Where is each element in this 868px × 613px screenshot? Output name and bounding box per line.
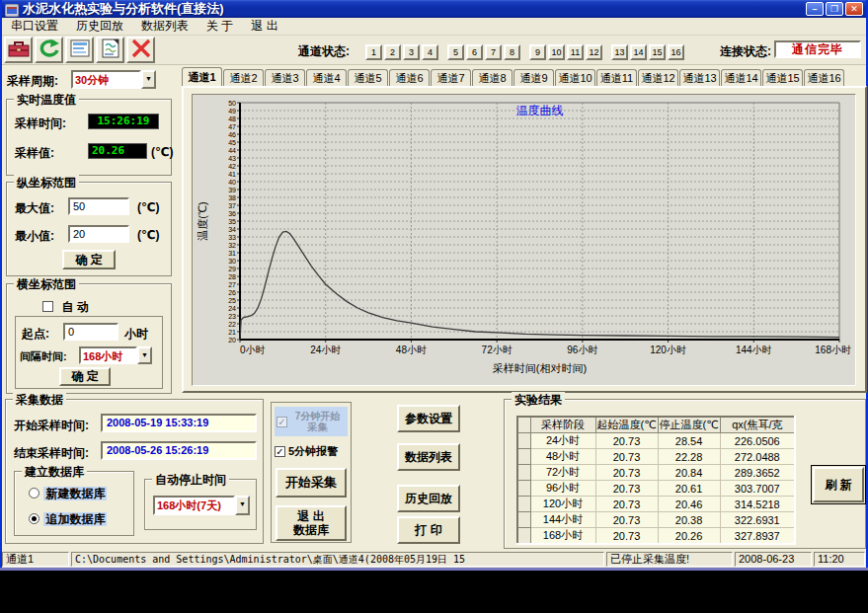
x-range-group: 横坐标范围 自 动 起点: 0 小时 间隔时间: 168小时 ▼ 确 定 bbox=[6, 283, 172, 394]
results-group-title: 实验结果 bbox=[512, 392, 565, 409]
row-selector[interactable] bbox=[517, 481, 530, 497]
menu-item[interactable]: 串口设置 bbox=[2, 18, 67, 35]
results-cell: 48小时 bbox=[530, 449, 595, 465]
history-replay-button[interactable] bbox=[35, 37, 63, 63]
tab-通道16[interactable]: 通道16 bbox=[804, 69, 844, 87]
menu-item[interactable]: 数据列表 bbox=[132, 18, 197, 35]
tab-通道6[interactable]: 通道6 bbox=[389, 69, 430, 87]
results-header: 采样阶段 bbox=[530, 417, 595, 433]
row-selector[interactable] bbox=[517, 433, 530, 449]
tab-通道7[interactable]: 通道7 bbox=[431, 69, 471, 87]
channel-status-button-4[interactable]: 4 bbox=[422, 44, 438, 60]
tab-通道9[interactable]: 通道9 bbox=[513, 69, 554, 87]
results-row[interactable]: 168小时20.7320.26327.8937 bbox=[517, 528, 795, 545]
results-cell: 20.73 bbox=[595, 528, 658, 545]
svg-text:46: 46 bbox=[228, 131, 236, 138]
results-cell: 72小时 bbox=[530, 465, 595, 481]
results-row[interactable]: 120小时20.7320.46314.5218 bbox=[517, 497, 795, 512]
menu-item[interactable]: 历史回放 bbox=[67, 18, 132, 35]
radio-icon[interactable] bbox=[29, 488, 39, 498]
exit-database-button[interactable]: 退 出 数据库 bbox=[276, 505, 347, 541]
report-button[interactable] bbox=[96, 37, 124, 63]
start-collect-button[interactable]: 开始采集 bbox=[276, 468, 347, 498]
exit-database-line2: 数据库 bbox=[293, 523, 329, 537]
results-cell: 20.46 bbox=[658, 497, 720, 512]
svg-text:49: 49 bbox=[228, 108, 236, 115]
data-list-action-button[interactable]: 数据列表 bbox=[397, 443, 460, 471]
sampling-period-select[interactable]: 30分钟 ▼ bbox=[71, 70, 156, 89]
x-range-ok-button[interactable]: 确 定 bbox=[59, 367, 111, 386]
interval-select[interactable]: 168小时 ▼ bbox=[79, 346, 152, 364]
y-range-ok-button[interactable]: 确 定 bbox=[62, 250, 116, 269]
print-button[interactable]: 打 印 bbox=[397, 516, 460, 544]
interval-value: 168小时 bbox=[79, 346, 137, 364]
row-selector[interactable] bbox=[517, 528, 530, 545]
restore-button[interactable]: ❐ bbox=[826, 2, 843, 16]
radio-new-database[interactable]: 新建数据库 bbox=[29, 484, 107, 502]
results-row[interactable]: 72小时20.7320.84289.3652 bbox=[517, 465, 795, 481]
start-point-input[interactable]: 0 bbox=[63, 323, 118, 341]
history-replay-action-button[interactable]: 历史回放 bbox=[397, 485, 460, 512]
results-cell: 272.0488 bbox=[720, 449, 795, 465]
channel-status-button-13[interactable]: 13 bbox=[611, 44, 628, 60]
auto-checkbox-box[interactable] bbox=[42, 301, 53, 312]
row-selector[interactable] bbox=[517, 465, 530, 481]
tab-通道15[interactable]: 通道15 bbox=[762, 69, 803, 87]
max-value-input[interactable]: 50 bbox=[68, 197, 129, 215]
tab-通道2[interactable]: 通道2 bbox=[223, 69, 264, 87]
minimize-button[interactable]: – bbox=[806, 2, 824, 16]
tab-通道5[interactable]: 通道5 bbox=[348, 69, 388, 87]
channel-status-button-10[interactable]: 10 bbox=[548, 44, 565, 60]
channel-status-button-9[interactable]: 9 bbox=[529, 44, 546, 60]
results-row[interactable]: 96小时20.7320.61303.7007 bbox=[517, 481, 795, 497]
refresh-button[interactable]: 刷 新 bbox=[813, 467, 864, 502]
tab-通道11[interactable]: 通道11 bbox=[596, 69, 637, 87]
middle-box: ✓ 7分钟开始采集 ✓ 5分钟报警 开始采集 退 出 数据库 bbox=[271, 402, 352, 543]
radio-selected-icon[interactable] bbox=[29, 513, 39, 524]
channel-status-button-3[interactable]: 3 bbox=[403, 44, 420, 60]
channel-status-button-7[interactable]: 7 bbox=[485, 44, 502, 60]
channel-status-button-2[interactable]: 2 bbox=[384, 44, 401, 60]
channel-status-button-1[interactable]: 1 bbox=[365, 44, 382, 60]
exit-button[interactable] bbox=[126, 37, 155, 63]
channel-status-button-14[interactable]: 14 bbox=[630, 44, 647, 60]
radio-append-database[interactable]: 追加数据库 bbox=[29, 509, 107, 528]
menu-item[interactable]: 关 于 bbox=[197, 18, 242, 35]
channel-status-button-6[interactable]: 6 bbox=[466, 44, 483, 60]
tab-通道10[interactable]: 通道10 bbox=[555, 69, 595, 87]
chevron-down-icon[interactable]: ▼ bbox=[141, 70, 156, 89]
chevron-down-icon[interactable]: ▼ bbox=[235, 496, 250, 515]
start-point-label: 起点: bbox=[22, 326, 49, 343]
svg-text:120小时: 120小时 bbox=[650, 345, 686, 355]
tab-通道14[interactable]: 通道14 bbox=[721, 69, 761, 87]
tab-通道1[interactable]: 通道1 bbox=[182, 67, 222, 87]
checkbox-checked-icon[interactable]: ✓ bbox=[275, 446, 285, 457]
tab-通道4[interactable]: 通道4 bbox=[306, 69, 347, 87]
row-selector[interactable] bbox=[517, 449, 530, 465]
tab-通道13[interactable]: 通道13 bbox=[679, 69, 720, 87]
channel-status-button-11[interactable]: 11 bbox=[567, 44, 584, 60]
chevron-down-icon[interactable]: ▼ bbox=[137, 346, 152, 364]
data-list-button[interactable] bbox=[65, 37, 94, 63]
channel-status-button-8[interactable]: 8 bbox=[504, 44, 520, 60]
tab-通道8[interactable]: 通道8 bbox=[472, 69, 513, 87]
row-selector[interactable] bbox=[517, 497, 530, 512]
channel-status-button-12[interactable]: 12 bbox=[586, 44, 602, 60]
results-row[interactable]: 24小时20.7328.54226.0506 bbox=[517, 433, 795, 449]
channel-status-button-15[interactable]: 15 bbox=[649, 44, 666, 60]
min-value-input[interactable]: 20 bbox=[68, 225, 129, 243]
tab-通道12[interactable]: 通道12 bbox=[638, 69, 678, 87]
results-row[interactable]: 144小时20.7320.38322.6931 bbox=[517, 512, 795, 528]
menu-item[interactable]: 退 出 bbox=[242, 18, 286, 35]
serial-settings-button[interactable] bbox=[4, 37, 33, 63]
close-button[interactable]: ✕ bbox=[845, 2, 863, 16]
alarm-5min-checkbox[interactable]: ✓ 5分钟报警 bbox=[275, 444, 338, 459]
auto-checkbox[interactable]: 自 动 bbox=[42, 297, 89, 316]
channel-status-button-5[interactable]: 5 bbox=[447, 44, 464, 60]
results-row[interactable]: 48小时20.7322.28272.0488 bbox=[517, 449, 795, 465]
autostop-select[interactable]: 168小时(7天) ▼ bbox=[153, 496, 250, 515]
row-selector[interactable] bbox=[517, 512, 530, 528]
param-settings-button[interactable]: 参数设置 bbox=[397, 405, 460, 432]
tab-通道3[interactable]: 通道3 bbox=[265, 69, 305, 87]
channel-status-button-16[interactable]: 16 bbox=[668, 44, 684, 60]
